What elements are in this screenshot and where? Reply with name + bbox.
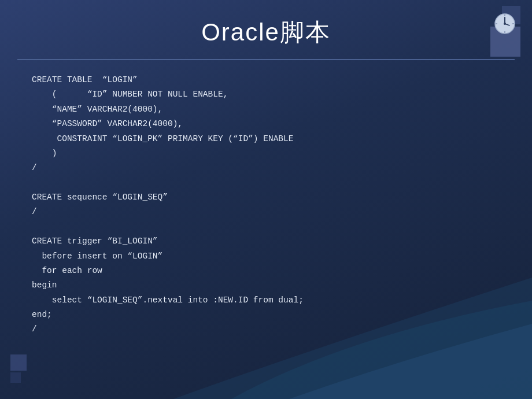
deco-square-bottom-2 [10, 372, 21, 383]
slide: Oracle脚本 CREATE TABLE “LOGIN” ( “ID” NUM… [0, 0, 532, 399]
clock-icon [494, 13, 516, 35]
deco-squares-bottom [10, 354, 27, 383]
page-title: Oracle脚本 [201, 19, 331, 46]
title-area: Oracle脚本 [17, 0, 515, 60]
deco-square-bottom-1 [10, 354, 27, 371]
code-area: CREATE TABLE “LOGIN” ( “ID” NUMBER NOT N… [0, 60, 532, 349]
code-block: CREATE TABLE “LOGIN” ( “ID” NUMBER NOT N… [32, 73, 500, 337]
